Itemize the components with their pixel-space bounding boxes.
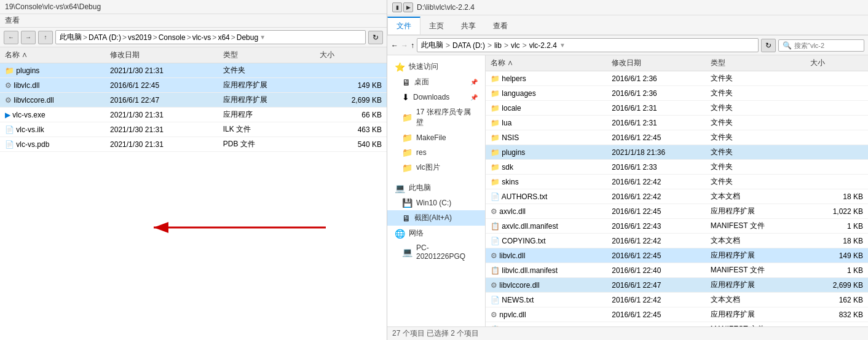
ribbon-tab-view[interactable]: 查看 xyxy=(484,17,516,34)
table-row[interactable]: 📁 plugins 2021/1/30 21:31 文件夹 xyxy=(0,63,387,78)
table-row[interactable]: 📁 plugins 2021/1/18 21:36 文件夹 xyxy=(486,145,868,160)
right-back-button[interactable]: ← xyxy=(391,41,398,50)
search-input[interactable] xyxy=(794,42,860,49)
left-title-bar: 19\Console\vlc-vs\x64\Debug xyxy=(0,0,387,14)
refresh-button[interactable]: ↻ xyxy=(368,31,383,44)
table-row[interactable]: 📄 NEWS.txt 2016/6/1 22:42 文本文档 162 KB xyxy=(486,293,868,307)
search-box[interactable]: 🔍 xyxy=(778,39,864,52)
table-row[interactable]: 📁 NSIS 2016/6/1 22:45 文件夹 xyxy=(486,130,868,145)
file-size-cell: 149 KB xyxy=(315,78,387,93)
ribbon-tab-file[interactable]: 文件 xyxy=(387,17,420,34)
ribbon-tab-share[interactable]: 共享 xyxy=(452,17,484,34)
sidebar-item-wallpaper[interactable]: 📁 17 张程序员专属壁 xyxy=(387,105,485,130)
file-size-cell: 162 KB xyxy=(805,293,868,307)
file-size-cell: 2,699 KB xyxy=(805,278,868,293)
table-row[interactable]: 📋 libvlc.dll.manifest 2016/6/1 22:40 MAN… xyxy=(486,263,868,278)
file-name: lua xyxy=(502,119,511,127)
file-name: helpers xyxy=(502,74,526,83)
file-date-cell: 2016/6/1 22:42 xyxy=(607,234,705,248)
left-file-explorer: 19\Console\vlc-vs\x64\Debug 查看 ← → ↑ 此电脑… xyxy=(0,0,387,340)
col-header-type[interactable]: 类型 xyxy=(218,47,315,63)
right-up-button[interactable]: ↑ xyxy=(411,41,414,50)
ribbon-tab-home[interactable]: 主页 xyxy=(420,17,452,34)
file-name-cell: ⚙ libvlccore.dll xyxy=(0,93,105,108)
file-icon: 📄 xyxy=(491,296,500,304)
file-date-cell: 2016/6/1 2:36 xyxy=(607,86,705,101)
file-name: AUTHORS.txt xyxy=(502,192,548,201)
table-row[interactable]: 📁 sdk 2016/6/1 2:33 文件夹 xyxy=(486,160,868,175)
table-row[interactable]: 📁 lua 2016/6/1 2:31 文件夹 xyxy=(486,116,868,130)
file-icon: 📄 xyxy=(491,237,500,245)
breadcrumb-part: vlc xyxy=(511,41,520,50)
file-name: plugins xyxy=(502,148,525,157)
sidebar-item-screenshot[interactable]: 🖥 截图(Alt+A) xyxy=(387,210,485,226)
right-refresh-button[interactable]: ↻ xyxy=(761,39,776,52)
right-address-path[interactable]: 此电脑 > DATA (D:) > lib > vlc > vlc-2.2.4 … xyxy=(417,38,759,52)
table-row[interactable]: ▶ vlc-vs.exe 2021/1/30 21:31 应用程序 66 KB xyxy=(0,108,387,122)
table-row[interactable]: ⚙ libvlc.dll 2016/6/1 22:45 应用程序扩展 149 K… xyxy=(486,248,868,263)
table-row[interactable]: ⚙ libvlccore.dll 2016/6/1 22:47 应用程序扩展 2… xyxy=(486,278,868,293)
col-header-size[interactable]: 大小 xyxy=(315,47,387,63)
table-row[interactable]: 📋 npvlc.dll.manifest 2016/6/1 22:43 MANI… xyxy=(486,322,868,327)
sidebar-item-this-pc[interactable]: 💻 此电脑 xyxy=(387,180,485,196)
title-icon-1[interactable]: ▮ xyxy=(392,2,402,12)
file-type-cell: 应用程序 xyxy=(218,108,315,122)
file-name-cell: 📄 vlc-vs.pdb xyxy=(0,137,105,152)
sidebar-item-pc[interactable]: 💻 PC-20201226PGQ xyxy=(387,241,485,263)
right-forward-button[interactable]: → xyxy=(401,41,408,50)
file-size-cell xyxy=(315,63,387,78)
file-type-cell: 文本文档 xyxy=(706,234,805,248)
breadcrumb-part: 此电脑 xyxy=(60,32,82,42)
file-size-cell xyxy=(805,175,868,189)
right-file-list: 名称 ∧ 修改日期 类型 大小 📁 helpers 2016/6/1 2:36 … xyxy=(486,55,868,326)
menu-view[interactable]: 查看 xyxy=(5,16,20,25)
sidebar-item-win10c[interactable]: 💾 Win10 (C:) xyxy=(387,196,485,210)
table-row[interactable]: 📋 axvlc.dll.manifest 2016/6/1 22:43 MANI… xyxy=(486,219,868,234)
table-row[interactable]: ⚙ npvlc.dll 2016/6/1 22:45 应用程序扩展 832 KB xyxy=(486,307,868,322)
table-row[interactable]: 📄 vlc-vs.pdb 2021/1/30 21:31 PDB 文件 540 … xyxy=(0,137,387,152)
table-row[interactable]: 📁 helpers 2016/6/1 2:36 文件夹 xyxy=(486,71,868,86)
col-header-name[interactable]: 名称 ∧ xyxy=(486,55,607,71)
forward-button[interactable]: → xyxy=(21,31,36,44)
up-button[interactable]: ↑ xyxy=(38,31,53,44)
table-row[interactable]: 📁 languages 2016/6/1 2:36 文件夹 xyxy=(486,86,868,101)
table-row[interactable]: 📄 AUTHORS.txt 2016/6/1 22:42 文本文档 18 KB xyxy=(486,189,868,204)
table-row[interactable]: ⚙ libvlc.dll 2016/6/1 22:45 应用程序扩展 149 K… xyxy=(0,78,387,93)
file-icon: 📁 xyxy=(491,119,500,127)
sidebar-item-quick-access[interactable]: ⭐ 快速访问 xyxy=(387,59,485,74)
file-date-cell: 2016/6/1 22:42 xyxy=(607,293,705,307)
table-row[interactable]: ⚙ libvlccore.dll 2016/6/1 22:47 应用程序扩展 2… xyxy=(0,93,387,108)
file-name-cell: 📁 NSIS xyxy=(486,130,607,145)
sidebar-item-vlcpic[interactable]: 📁 vlc图片 xyxy=(387,160,485,175)
sidebar-item-network[interactable]: 🌐 网络 xyxy=(387,226,485,241)
col-header-size[interactable]: 大小 xyxy=(805,55,868,71)
breadcrumb-part: Debug xyxy=(237,33,258,42)
left-file-area: 名称 ∧ 修改日期 类型 大小 📁 plugins 2021/1/30 21:3… xyxy=(0,47,387,340)
sidebar-item-downloads[interactable]: ⬇ Downloads 📌 xyxy=(387,90,485,105)
back-button[interactable]: ← xyxy=(4,31,18,44)
file-name: skins xyxy=(502,178,518,186)
col-header-name[interactable]: 名称 ∧ xyxy=(0,47,105,63)
file-date-cell: 2016/6/1 2:31 xyxy=(607,116,705,130)
col-header-date[interactable]: 修改日期 xyxy=(105,47,218,63)
col-header-type[interactable]: 类型 xyxy=(706,55,805,71)
sidebar-item-desktop[interactable]: 🖥 桌面 📌 xyxy=(387,74,485,90)
col-header-date[interactable]: 修改日期 xyxy=(607,55,705,71)
file-date-cell: 2016/6/1 22:45 xyxy=(607,204,705,219)
sidebar-item-res[interactable]: 📁 res xyxy=(387,145,485,160)
file-name-cell: 📁 skins xyxy=(486,175,607,189)
file-date-cell: 2016/6/1 22:43 xyxy=(607,322,705,327)
table-row[interactable]: 📁 skins 2016/6/1 22:42 文件夹 xyxy=(486,175,868,189)
table-row[interactable]: 📄 vlc-vs.ilk 2021/1/30 21:31 ILK 文件 463 … xyxy=(0,122,387,137)
left-address-path[interactable]: 此电脑 > DATA (D:) > vs2019 > Console > vlc… xyxy=(55,30,366,44)
right-ribbon: 文件 主页 共享 查看 xyxy=(387,15,868,36)
network-icon: 🌐 xyxy=(395,229,405,239)
table-row[interactable]: 📄 COPYING.txt 2016/6/1 22:42 文本文档 18 KB xyxy=(486,234,868,248)
table-row[interactable]: 📁 locale 2016/6/1 2:31 文件夹 xyxy=(486,101,868,116)
file-type-cell: 文本文档 xyxy=(706,293,805,307)
sidebar-item-makefile[interactable]: 📁 MakeFile xyxy=(387,130,485,145)
breadcrumb-part: DATA (D:) xyxy=(89,33,121,42)
title-icon-2[interactable]: ▶ xyxy=(403,2,413,12)
table-row[interactable]: ⚙ axvlc.dll 2016/6/1 22:45 应用程序扩展 1,022 … xyxy=(486,204,868,219)
file-date-cell: 2016/6/1 22:47 xyxy=(105,93,218,108)
